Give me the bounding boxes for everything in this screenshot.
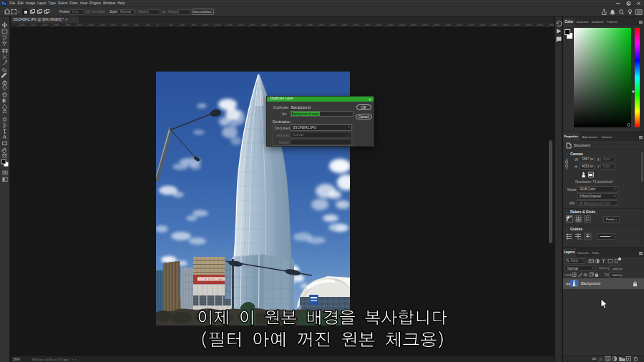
svg-text:200: 200: [145, 24, 150, 26]
svg-text:600: 600: [122, 24, 127, 26]
svg-text:1000: 1000: [215, 24, 220, 26]
svg-text:1000: 1000: [99, 24, 105, 26]
svg-text:2000: 2000: [273, 24, 278, 26]
svg-text:1400: 1400: [77, 24, 82, 26]
svg-text:2200: 2200: [30, 24, 36, 26]
svg-text:2600: 2600: [307, 24, 313, 26]
svg-text:1200: 1200: [88, 24, 94, 26]
svg-text:5800: 5800: [491, 24, 497, 26]
svg-text:800: 800: [111, 24, 115, 26]
svg-text:3200: 3200: [341, 24, 347, 26]
svg-text:2400: 2400: [296, 24, 301, 26]
svg-text:0: 0: [157, 24, 159, 26]
svg-text:1800: 1800: [54, 24, 59, 26]
svg-text:800: 800: [203, 24, 208, 26]
svg-text:5000: 5000: [445, 24, 451, 26]
svg-text:400: 400: [180, 24, 185, 26]
svg-text:1600: 1600: [249, 24, 255, 26]
svg-text:4400: 4400: [411, 24, 416, 26]
svg-text:4600: 4600: [422, 24, 428, 26]
svg-text:2200: 2200: [284, 24, 290, 26]
svg-text:1200: 1200: [226, 24, 232, 26]
svg-text:6200: 6200: [514, 24, 520, 26]
svg-text:400: 400: [134, 24, 138, 26]
svg-text:6000: 6000: [503, 24, 509, 26]
svg-text:3600: 3600: [364, 24, 370, 26]
svg-text:5600: 5600: [479, 24, 485, 26]
svg-text:6400: 6400: [526, 24, 532, 26]
svg-text:1400: 1400: [238, 24, 243, 26]
svg-text:3400: 3400: [353, 24, 358, 26]
svg-text:1600: 1600: [65, 24, 71, 26]
svg-text:600: 600: [192, 24, 196, 26]
svg-text:4800: 4800: [434, 24, 439, 26]
svg-text:4000: 4000: [388, 24, 394, 26]
svg-text:5400: 5400: [468, 24, 474, 26]
svg-text:200: 200: [169, 24, 173, 26]
svg-text:4200: 4200: [399, 24, 405, 26]
svg-text:6600: 6600: [537, 24, 543, 26]
svg-text:3800: 3800: [376, 24, 381, 26]
svg-text:6800: 6800: [549, 24, 555, 26]
svg-text:1800: 1800: [260, 24, 266, 26]
svg-text:5200: 5200: [457, 24, 462, 26]
svg-text:2400: 2400: [19, 24, 24, 26]
svg-text:3000: 3000: [330, 24, 336, 26]
svg-text:2800: 2800: [318, 24, 324, 26]
svg-text:LOTTE WORLD MALL: LOTTE WORLD MALL: [199, 278, 225, 281]
svg-text:2000: 2000: [42, 24, 48, 26]
